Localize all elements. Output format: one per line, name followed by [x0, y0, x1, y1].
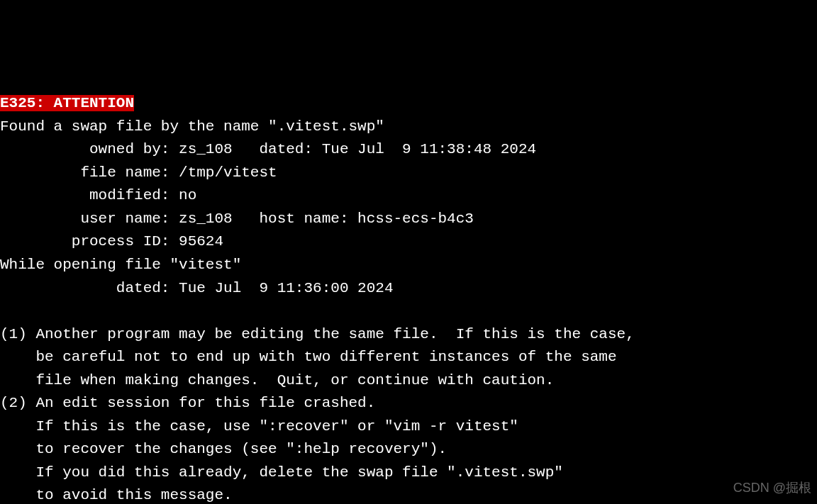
swap-found-line: Found a swap file by the name ".vitest.s… — [0, 118, 384, 135]
watermark: CSDN @掘根 — [733, 478, 811, 498]
modified-line: modified: no — [0, 187, 196, 203]
warning-2-line-5: to avoid this message. — [0, 487, 233, 503]
warning-1-line-2: be careful not to end up with two differ… — [0, 349, 617, 365]
error-header: E325: ATTENTION — [0, 95, 134, 111]
opening-file-line: While opening file "vitest" — [0, 257, 241, 273]
warning-2-line-3: to recover the changes (see ":help recov… — [0, 441, 447, 457]
user-host-line: user name: zs_108 host name: hcss-ecs-b4… — [0, 211, 474, 227]
warning-2-line-4: If you did this already, delete the swap… — [0, 464, 563, 481]
warning-1-line-1: (1) Another program may be editing the s… — [0, 326, 635, 342]
terminal-output: E325: ATTENTION Found a swap file by the… — [0, 92, 817, 504]
warning-2-line-1: (2) An edit session for this file crashe… — [0, 395, 375, 411]
warning-2-line-2: If this is the case, use ":recover" or "… — [0, 418, 518, 435]
process-id-line: process ID: 95624 — [0, 233, 223, 250]
warning-1-line-3: file when making changes. Quit, or conti… — [0, 372, 554, 388]
owned-by-line: owned by: zs_108 dated: Tue Jul 9 11:38:… — [0, 141, 536, 157]
file-name-line: file name: /tmp/vitest — [0, 164, 277, 181]
dated-line: dated: Tue Jul 9 11:36:00 2024 — [0, 280, 394, 296]
